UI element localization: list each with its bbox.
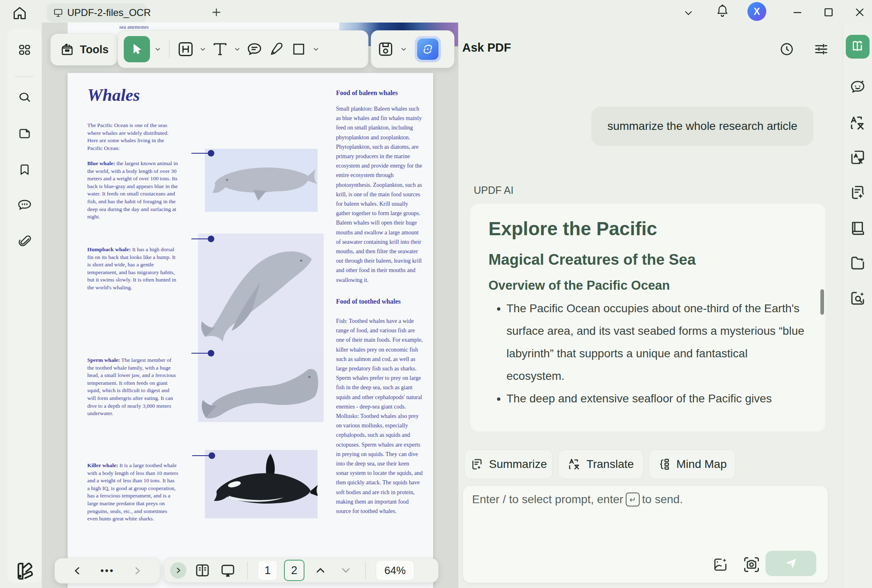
ai-response-bullets: The Pacific Ocean occupies about one-thi… [488,297,807,410]
mind-map-chip[interactable]: Mind Map [649,450,736,479]
blue-whale-image [205,149,318,212]
toolbox-icon [59,42,75,57]
document-viewport[interactable]: sea anemones Whales The Pacific Ocean is… [42,23,458,588]
chat-scrollbar-thumb[interactable] [820,289,824,315]
back-icon[interactable] [71,565,84,577]
next-page-icon[interactable] [336,561,355,580]
thumbnails-grid-icon[interactable] [14,39,35,61]
pen-tool-icon[interactable] [267,40,286,59]
chat-input-placeholder: Enter / to select prompt, enter ↵ to sen… [472,493,683,506]
comments-icon[interactable] [14,194,35,216]
humpback-whale-image [198,234,324,352]
attachment-paperclip-icon[interactable] [14,230,35,252]
link-annotation-humpback-whale[interactable] [191,236,216,242]
ai-search-icon[interactable] [848,289,867,308]
ai-response-heading-3: Overview of the Pacific Ocean [488,278,807,293]
doc-label-humpback-whale: Humpback whale: [87,246,131,252]
translate-icon [568,457,581,471]
doc-label-killer-whale: Killer whale: [87,462,118,468]
killer-whale-image [205,450,318,518]
presentation-mode-icon[interactable] [218,561,237,580]
tools-button[interactable]: Tools [50,34,118,66]
ai-tools-rail [842,23,872,588]
translate-page-icon[interactable] [848,148,867,167]
doc-heading-toothed-food: Food of toothed whales [336,298,401,305]
page-thumb-2-current[interactable]: 2 [284,560,304,581]
new-tab-button[interactable] [210,6,223,19]
pdf-page-2[interactable]: Whales The Pacific Ocean is one of the s… [68,73,433,588]
ai-bullet-2: The deep and extensive seafloor of the P… [506,387,807,410]
tabs-dropdown-icon[interactable] [683,7,694,19]
sidebar-divider [15,76,34,77]
add-image-icon[interactable] [712,556,729,573]
summarize-chip[interactable]: Summarize [464,450,553,479]
ai-response-heading-2: Magical Creatures of the Sea [488,251,807,268]
select-tool-button[interactable] [124,36,150,62]
page-thumb-1[interactable]: 1 [258,560,277,581]
ai-response-card[interactable]: Explore the Pacific Magical Creatures of… [470,204,825,431]
reading-mode-icon[interactable] [193,561,212,580]
chat-input[interactable]: Enter / to select prompt, enter ↵ to sen… [463,486,828,583]
user-avatar[interactable]: X [747,2,766,21]
ai-response-heading-1: Explore the Pacific [488,218,807,240]
link-annotation-blue-whale[interactable] [191,150,216,157]
maximize-button[interactable] [822,6,835,19]
doc-paragraph-baleen-food: Small plankton: Baleen whales such as bl… [336,104,423,285]
page-title: Whales [87,85,140,105]
expand-panel-icon[interactable] [170,562,186,579]
screenshot-camera-icon[interactable] [743,556,761,574]
tab-title: UPDF-2-files_OCR [67,7,151,18]
ai-sender-label: UPDF AI [474,184,513,196]
history-nav-bar: ••• [54,558,160,583]
left-sidebar [7,29,42,583]
text-tool-dropdown-icon[interactable] [233,40,242,59]
comment-tool-icon[interactable] [245,40,264,59]
glossary-book-icon[interactable] [848,218,867,237]
page-nav-bar: 1 2 64% [164,558,438,583]
doc-paragraph-blue-whale: Blue whale: the largest known animal in … [87,160,178,221]
doc-label-blue-whale: Blue whale: [87,160,115,166]
ai-file-icon[interactable] [848,254,867,272]
link-annotation-sperm-whale[interactable] [191,350,216,356]
ai-assistant-book-icon[interactable] [846,35,870,59]
ai-translate-icon[interactable] [848,114,867,132]
bookmark-icon[interactable] [14,159,35,180]
chat-history-icon[interactable] [778,40,796,58]
ai-settings-sliders-icon[interactable] [812,40,830,58]
save-toolbar [371,30,454,68]
home-icon[interactable] [11,5,28,21]
select-tool-dropdown-icon[interactable] [153,40,162,59]
zoom-level[interactable]: 64% [376,560,414,581]
shape-tool-dropdown-icon[interactable] [311,40,320,59]
search-icon[interactable] [14,87,35,108]
forward-icon[interactable] [131,565,143,577]
heading-tool-dropdown-icon[interactable] [198,40,207,59]
ai-chat-icon[interactable] [848,77,867,96]
doc-paragraph-killer-whale: Killer whale: It is a large toothed whal… [87,462,178,523]
tab-monitor-icon [53,8,63,18]
save-dropdown-icon[interactable] [399,40,408,59]
summarize-doc-sparkle-icon [470,457,484,471]
more-pages-icon[interactable]: ••• [100,565,114,577]
doc-label-sperm-whale: Sperm whale: [87,357,120,363]
previous-page-icon[interactable] [311,561,330,580]
ai-bullet-1: The Pacific Ocean occupies about one-thi… [506,297,807,387]
close-button[interactable] [853,6,866,19]
save-icon[interactable] [376,40,395,59]
notifications-bell-icon[interactable] [715,4,729,18]
heading-tool-icon[interactable] [176,40,195,59]
document-tab[interactable]: UPDF-2-files_OCR [47,3,147,22]
annotation-toolbar [118,30,368,68]
text-tool-icon[interactable] [211,40,229,59]
link-annotation-killer-whale[interactable] [192,452,217,459]
nav-divider-2 [365,561,366,579]
ai-summary-doc-icon[interactable] [848,183,867,202]
shape-tool-icon[interactable] [289,40,308,59]
user-chat-message: summarize the whole research article [591,107,813,146]
translate-chip[interactable]: Translate [558,450,643,479]
minimize-button[interactable] [791,6,804,19]
pages-icon[interactable] [14,123,35,144]
avatar-letter: X [754,6,760,17]
send-button[interactable] [765,551,816,576]
updf-ai-button[interactable] [415,36,441,62]
